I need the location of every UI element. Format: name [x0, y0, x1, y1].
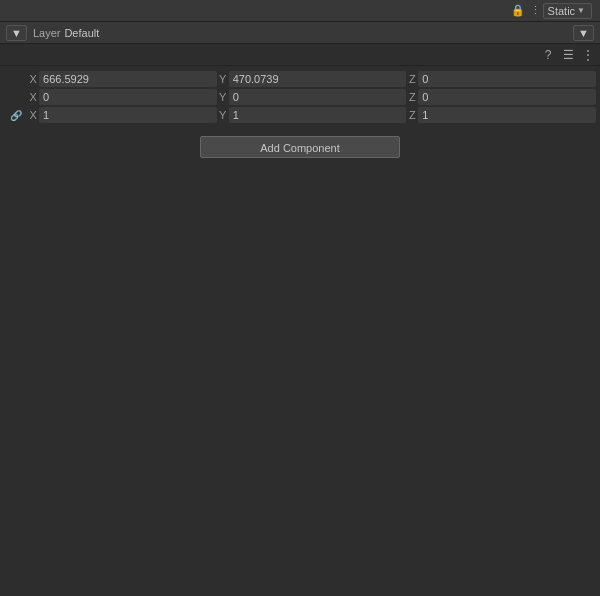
scale-y-input[interactable]: [229, 107, 407, 123]
layer-value: Default: [64, 27, 573, 39]
transform-row-scale: 🔗 X Y Z: [0, 106, 600, 124]
transform-row-rotation: X Y Z: [0, 88, 600, 106]
position-z-input[interactable]: [418, 71, 596, 87]
scale-y-group: Y: [217, 107, 407, 123]
scale-x-group: X: [27, 107, 217, 123]
position-x-input[interactable]: [39, 71, 217, 87]
transform-section: X Y Z X Y Z: [0, 66, 600, 128]
scale-z-input[interactable]: [418, 107, 596, 123]
position-y-group: Y: [217, 71, 407, 87]
z-axis-label: Z: [406, 73, 418, 85]
layer-left-arrow-icon: ▼: [11, 27, 22, 39]
layer-left-dropdown[interactable]: ▼: [6, 25, 27, 41]
add-component-button[interactable]: Add Component: [200, 136, 400, 158]
row-icon-scale: 🔗: [4, 110, 27, 121]
rotation-y-input[interactable]: [229, 89, 407, 105]
static-arrow-icon: ▼: [577, 6, 585, 15]
transform-row-position: X Y Z: [0, 70, 600, 88]
sy-axis-label: Y: [217, 109, 229, 121]
lock-icon[interactable]: 🔒: [511, 4, 525, 18]
more-options-icon[interactable]: ⋮: [580, 47, 596, 63]
position-x-group: X: [27, 71, 217, 87]
rotation-y-group: Y: [217, 89, 407, 105]
rz-axis-label: Z: [406, 91, 418, 103]
layer-right-dropdown[interactable]: ▼: [573, 25, 594, 41]
toolbar-bar: ? ☰ ⋮: [0, 44, 600, 66]
rotation-x-input[interactable]: [39, 89, 217, 105]
rotation-x-group: X: [27, 89, 217, 105]
scale-z-group: Z: [406, 107, 596, 123]
sz-axis-label: Z: [406, 109, 418, 121]
static-label: Static: [548, 5, 576, 17]
top-bar: 🔒 ⋮ Static ▼: [0, 0, 600, 22]
sx-axis-label: X: [27, 109, 39, 121]
x-axis-label: X: [27, 73, 39, 85]
layer-label: Layer: [33, 27, 61, 39]
static-dropdown[interactable]: Static ▼: [543, 3, 592, 19]
position-y-input[interactable]: [229, 71, 407, 87]
rotation-z-input[interactable]: [418, 89, 596, 105]
main-content: X Y Z X Y Z: [0, 66, 600, 158]
position-z-group: Z: [406, 71, 596, 87]
y-axis-label: Y: [217, 73, 229, 85]
layer-bar: ▼ Layer Default ▼: [0, 22, 600, 44]
rotation-z-group: Z: [406, 89, 596, 105]
rx-axis-label: X: [27, 91, 39, 103]
settings-icon[interactable]: ☰: [560, 47, 576, 63]
more-dots-icon[interactable]: ⋮: [529, 4, 543, 18]
layer-right-arrow-icon: ▼: [578, 27, 589, 39]
help-icon[interactable]: ?: [540, 47, 556, 63]
ry-axis-label: Y: [217, 91, 229, 103]
scale-x-input[interactable]: [39, 107, 217, 123]
